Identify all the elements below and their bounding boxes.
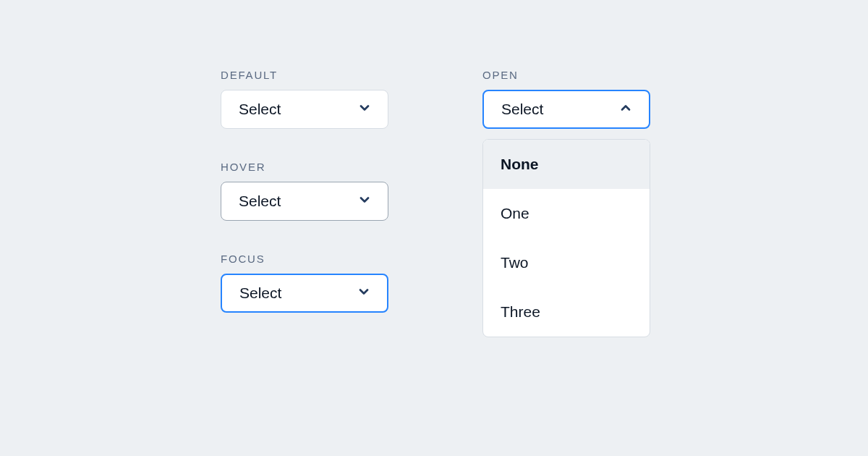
select-open[interactable]: Select [482,90,650,129]
option-one[interactable]: One [483,189,650,238]
chevron-down-icon [357,284,371,302]
right-column: OPEN Select None One Two Three [482,69,650,345]
state-label-open: OPEN [482,69,650,81]
option-two[interactable]: Two [483,238,650,287]
chevron-down-icon [357,101,372,118]
select-hover[interactable]: Select [221,182,388,221]
state-default-block: DEFAULT Select [221,69,388,129]
option-three[interactable]: Three [483,287,650,337]
chevron-down-icon [357,193,372,210]
select-hover-value: Select [239,193,281,210]
state-focus-block: FOCUS Select [221,253,388,313]
state-hover-block: HOVER Select [221,161,388,221]
state-label-default: DEFAULT [221,69,388,81]
chevron-up-icon [618,101,633,118]
option-none[interactable]: None [483,140,650,189]
dropdown-listbox: None One Two Three [482,139,650,337]
select-focus[interactable]: Select [221,274,388,313]
state-label-focus: FOCUS [221,253,388,265]
select-default[interactable]: Select [221,90,388,129]
state-label-hover: HOVER [221,161,388,173]
left-column: DEFAULT Select HOVER Select FOCUS Select [221,69,388,345]
select-default-value: Select [239,101,281,118]
select-open-value: Select [501,101,543,118]
select-focus-value: Select [239,284,281,302]
